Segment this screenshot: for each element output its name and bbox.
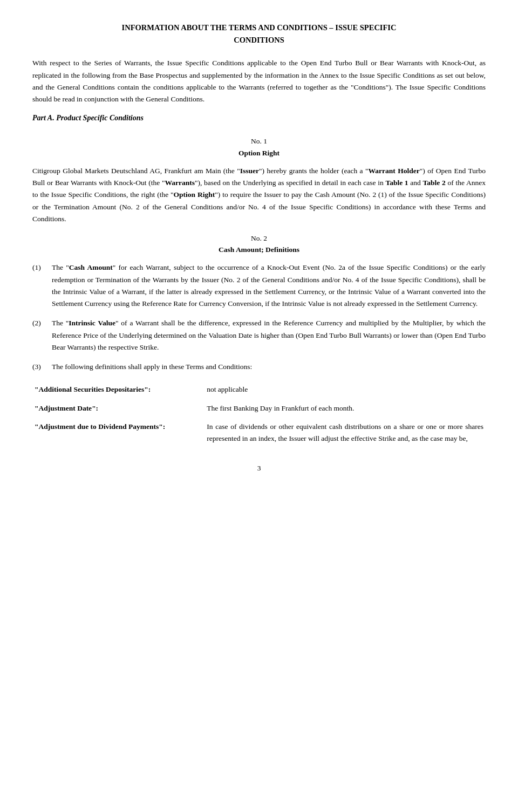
item3-text: The following definitions shall apply in… <box>52 361 486 373</box>
item3-number: (3) <box>32 361 47 373</box>
section2-item2: (2) The "Intrinsic Value" of a Warrant s… <box>32 317 486 353</box>
def-term-adjustment-date: "Adjustment Date": <box>32 399 205 418</box>
page-number: 3 <box>32 464 486 473</box>
definition-row-adjustment-dividend: "Adjustment due to Dividend Payments": I… <box>32 418 486 448</box>
intro-paragraph: With respect to the Series of Warrants, … <box>32 57 486 105</box>
def-term-adjustment-dividend: "Adjustment due to Dividend Payments": <box>32 418 205 448</box>
page: INFORMATION ABOUT THE TERMS AND CONDITIO… <box>0 0 518 812</box>
title-line2: CONDITIONS <box>32 34 486 46</box>
def-term-additional-securities: "Additional Securities Depositaries": <box>32 380 205 399</box>
section1-title: Option Right <box>32 149 486 158</box>
definition-row-additional-securities: "Additional Securities Depositaries": no… <box>32 380 486 399</box>
definition-row-adjustment-date: "Adjustment Date": The first Banking Day… <box>32 399 486 418</box>
section1-number: No. 1 <box>32 135 486 147</box>
item2-number: (2) <box>32 317 47 353</box>
item2-text: The "Intrinsic Value" of a Warrant shall… <box>52 317 486 353</box>
def-value-adjustment-date: The first Banking Day in Frankfurt of ea… <box>205 399 486 418</box>
item1-number: (1) <box>32 262 47 310</box>
part-a-heading: Part A. Product Specific Conditions <box>32 114 486 122</box>
item1-text: The "Cash Amount" for each Warrant, subj… <box>52 262 486 310</box>
section1-body: Citigroup Global Markets Deutschland AG,… <box>32 165 486 225</box>
definitions-table: "Additional Securities Depositaries": no… <box>32 380 486 448</box>
def-value-adjustment-dividend: In case of dividends or other equivalent… <box>205 418 486 448</box>
section2-item1: (1) The "Cash Amount" for each Warrant, … <box>32 262 486 310</box>
section2-title: Cash Amount; Definitions <box>32 245 486 254</box>
title-line1: INFORMATION ABOUT THE TERMS AND CONDITIO… <box>32 22 486 34</box>
section2-item3: (3) The following definitions shall appl… <box>32 361 486 373</box>
section2-number: No. 2 <box>32 233 486 244</box>
def-value-additional-securities: not applicable <box>205 380 486 399</box>
title-block: INFORMATION ABOUT THE TERMS AND CONDITIO… <box>32 22 486 46</box>
